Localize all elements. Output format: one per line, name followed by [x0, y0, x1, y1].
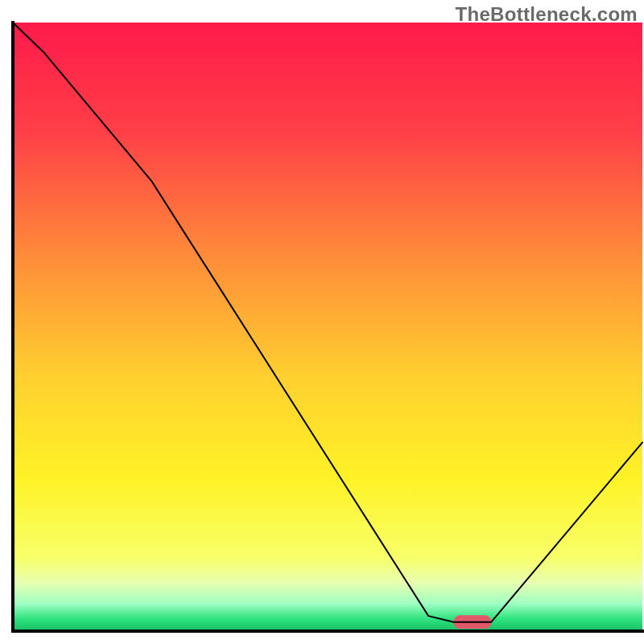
plot-background [13, 23, 642, 631]
bottleneck-chart [0, 0, 644, 644]
watermark-label: TheBottleneck.com [456, 3, 638, 26]
chart-canvas: TheBottleneck.com [0, 0, 644, 644]
